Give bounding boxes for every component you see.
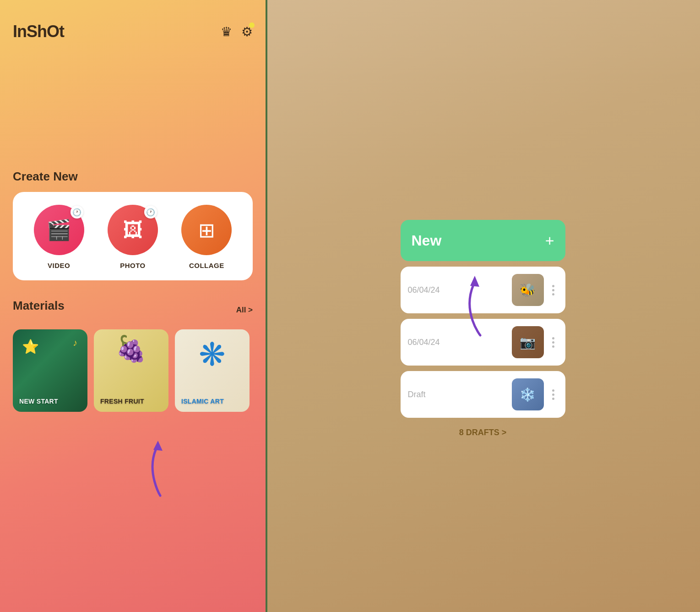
photo-clock-badge: 🕐: [144, 206, 157, 219]
snow-emoji: ❄️: [520, 387, 536, 402]
more-dot-2: [552, 289, 554, 291]
project-1-info: 06/04/24: [408, 285, 440, 295]
draft-thumbnail: ❄️: [512, 378, 544, 410]
gear-icon-wrapper: ⚙: [241, 24, 253, 39]
create-photo-item[interactable]: 🖼 🕐 PHOTO: [108, 205, 158, 269]
material-new-start[interactable]: ⭐ ♪ NEW START: [13, 329, 87, 412]
project-item-1[interactable]: 06/04/24 🐝: [401, 267, 565, 313]
material-fresh-fruit[interactable]: 🍇 FRESH FRUIT: [94, 329, 168, 412]
project-2-thumb-bg: 📷: [512, 326, 544, 358]
left-panel: InShOt ♛ ⚙ Create New 🎬 🕐 VIDEO: [0, 0, 266, 612]
materials-header: Materials All >: [13, 299, 253, 321]
new-plus-icon: +: [545, 232, 554, 250]
islamic-art-deco: ❋: [199, 336, 226, 373]
create-new-title: Create New: [13, 169, 253, 184]
draft-info: Draft: [408, 390, 426, 399]
material-islamic-art[interactable]: ❋ ISLAMIC ART: [175, 329, 250, 412]
materials-title: Materials: [13, 299, 65, 313]
floor-emoji: 📷: [520, 335, 536, 350]
draft-more-menu[interactable]: [548, 388, 558, 402]
header-icons: ♛ ⚙: [221, 24, 253, 39]
right-panel: New + 06/04/24 🐝: [266, 0, 700, 612]
islamic-art-label: ISLAMIC ART: [181, 398, 224, 405]
music-note-icon: ♪: [73, 338, 77, 348]
new-button-label: New: [412, 232, 442, 249]
project-2-more-menu[interactable]: [548, 335, 558, 350]
fresh-fruit-label: FRESH FRUIT: [100, 398, 144, 405]
more-dot-9: [552, 398, 554, 400]
bee-emoji: 🐝: [520, 283, 536, 298]
crown-icon[interactable]: ♛: [221, 24, 232, 39]
more-dot-1: [552, 285, 554, 287]
new-start-label: NEW START: [19, 398, 58, 405]
more-dot-4: [552, 337, 554, 339]
draft-thumb-bg: ❄️: [512, 378, 544, 410]
draft-label: Draft: [408, 390, 426, 399]
video-clock-badge: 🕐: [71, 206, 83, 219]
notification-dot: [249, 22, 255, 28]
video-icon: 🎬: [46, 218, 71, 242]
photo-circle-wrapper: 🖼 🕐: [108, 205, 158, 255]
materials-section: Materials All > ⭐ ♪ NEW START 🍇 FRESH FR…: [13, 299, 253, 412]
project-2-date: 06/04/24: [408, 338, 440, 347]
collage-icon: ⊞: [198, 219, 215, 242]
photo-label: PHOTO: [120, 262, 146, 269]
create-collage-item[interactable]: ⊞ COLLAGE: [181, 205, 232, 269]
arrow-annotation-left: [133, 427, 188, 502]
more-dot-3: [552, 293, 554, 295]
drafts-link[interactable]: 8 DRAFTS >: [459, 428, 507, 437]
project-1-date: 06/04/24: [408, 285, 440, 295]
materials-all-link[interactable]: All >: [236, 306, 253, 315]
new-start-star-deco: ⭐: [22, 339, 39, 355]
create-video-item[interactable]: 🎬 🕐 VIDEO: [34, 205, 84, 269]
app-logo: InShOt: [13, 22, 64, 41]
create-card: 🎬 🕐 VIDEO 🖼 🕐 PHOTO: [13, 192, 253, 280]
more-dot-6: [552, 345, 554, 348]
project-1-more-menu[interactable]: [548, 283, 558, 297]
fresh-fruit-deco: 🍇: [115, 334, 147, 364]
drafts-footer: 8 DRAFTS >: [401, 428, 565, 437]
collage-circle: ⊞: [181, 205, 232, 255]
draft-item[interactable]: Draft ❄️: [401, 371, 565, 418]
project-2-info: 06/04/24: [408, 338, 440, 347]
project-2-thumbnail: 📷: [512, 326, 544, 358]
create-new-section: Create New 🎬 🕐 VIDEO 🖼 🕐: [13, 169, 253, 280]
project-item-2[interactable]: 06/04/24 📷: [401, 319, 565, 366]
app-header: InShOt ♛ ⚙: [13, 22, 253, 41]
more-dot-8: [552, 393, 554, 396]
new-project-button[interactable]: New +: [401, 220, 565, 261]
video-label: VIDEO: [48, 262, 70, 269]
collage-label: COLLAGE: [189, 262, 224, 269]
project-list: New + 06/04/24 🐝: [401, 220, 565, 437]
more-dot-7: [552, 389, 554, 392]
panel-divider: [266, 0, 267, 612]
more-dot-5: [552, 341, 554, 344]
collage-circle-wrapper: ⊞: [181, 205, 232, 255]
project-1-thumbnail: 🐝: [512, 274, 544, 306]
video-circle-wrapper: 🎬 🕐: [34, 205, 84, 255]
project-1-thumb-bg: 🐝: [512, 274, 544, 306]
photo-icon: 🖼: [123, 219, 143, 241]
materials-grid: ⭐ ♪ NEW START 🍇 FRESH FRUIT ❋ ISLAMIC AR…: [13, 329, 253, 412]
svg-marker-0: [153, 441, 163, 451]
